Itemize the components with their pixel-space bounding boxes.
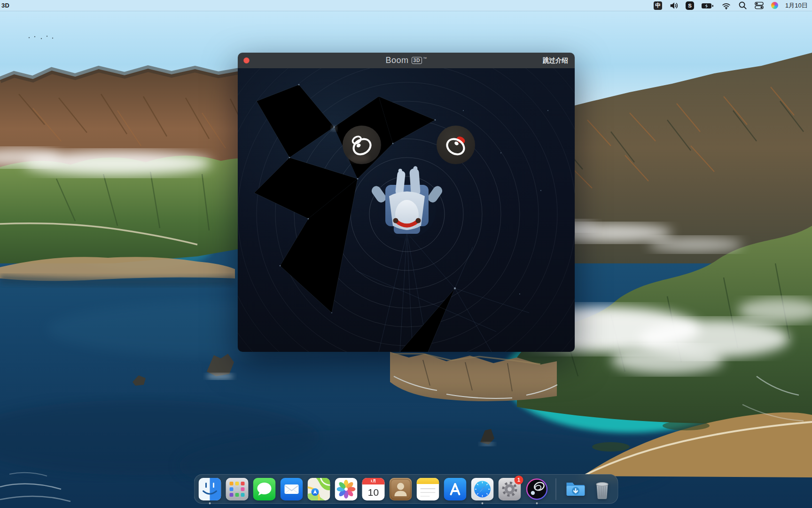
close-button[interactable] xyxy=(243,57,250,64)
dock-item-maps[interactable] xyxy=(308,478,330,500)
calendar-month: 1月 xyxy=(362,478,385,484)
dock-item-calendar[interactable]: 1月 10 xyxy=(362,478,385,500)
battery-charging-icon[interactable] xyxy=(701,0,714,11)
menu-clock[interactable]: 1月10日 xyxy=(785,1,812,10)
dock-item-launchpad[interactable] xyxy=(226,478,249,500)
left-speaker-button[interactable] xyxy=(343,126,381,164)
dock-item-notes[interactable] xyxy=(417,478,439,500)
running-indicator xyxy=(536,502,538,504)
window-title: Boom 3D ™ xyxy=(386,56,427,65)
dock-item-trash[interactable] xyxy=(591,478,614,500)
dock-item-mail[interactable] xyxy=(281,478,303,500)
volume-icon[interactable] xyxy=(669,0,679,11)
dock-item-finder[interactable] xyxy=(199,478,221,500)
s-app-icon[interactable]: S xyxy=(686,0,694,11)
right-speaker-button[interactable] xyxy=(437,126,475,164)
launchpad-icon xyxy=(226,478,249,500)
active-app-menu[interactable]: 3D xyxy=(1,2,9,9)
dock-item-contacts[interactable] xyxy=(390,478,412,500)
contacts-icon xyxy=(390,478,412,500)
trademark: ™ xyxy=(423,56,427,61)
notes-icon xyxy=(417,478,439,500)
maps-icon xyxy=(308,478,330,500)
desktop: 3D 中 S xyxy=(0,0,812,508)
running-indicator xyxy=(482,502,484,504)
color-profile-icon[interactable] xyxy=(771,0,778,11)
boom-3d-icon xyxy=(526,478,548,500)
calendar-day: 10 xyxy=(362,484,385,500)
dock-separator xyxy=(556,478,556,500)
dock-item-photos[interactable] xyxy=(335,478,358,500)
app-store-icon xyxy=(444,478,467,500)
dock-item-system-preferences[interactable]: 1 xyxy=(499,478,521,500)
dock-item-boom-3d[interactable] xyxy=(526,478,548,500)
dock-item-app-store[interactable] xyxy=(444,478,467,500)
calendar-icon: 1月 10 xyxy=(362,478,385,500)
downloads-folder-icon xyxy=(564,478,586,500)
input-method-icon[interactable]: 中 xyxy=(654,0,662,11)
dock-item-messages[interactable] xyxy=(253,478,276,500)
running-indicator xyxy=(209,502,211,504)
boom3d-window: Boom 3D ™ 跳过介绍 xyxy=(238,53,575,352)
dock-item-downloads[interactable] xyxy=(564,478,586,500)
intro-scene xyxy=(238,68,575,352)
dock-item-safari[interactable] xyxy=(471,478,494,500)
wifi-icon[interactable] xyxy=(721,0,731,11)
dock: 1月 10 xyxy=(194,474,618,504)
finder-icon xyxy=(199,478,221,500)
messages-icon xyxy=(253,478,276,500)
safari-icon xyxy=(471,478,494,500)
trash-icon xyxy=(591,478,614,500)
photos-icon xyxy=(335,478,358,500)
notification-badge: 1 xyxy=(515,476,523,484)
3d-logo-badge: 3D xyxy=(412,57,422,64)
menu-bar: 3D 中 S xyxy=(0,0,812,11)
mail-icon xyxy=(281,478,303,500)
search-icon[interactable] xyxy=(738,0,747,11)
control-center-icon[interactable] xyxy=(754,0,764,11)
window-titlebar[interactable]: Boom 3D ™ 跳过介绍 xyxy=(238,53,575,68)
skip-intro-button[interactable]: 跳过介绍 xyxy=(543,53,568,68)
